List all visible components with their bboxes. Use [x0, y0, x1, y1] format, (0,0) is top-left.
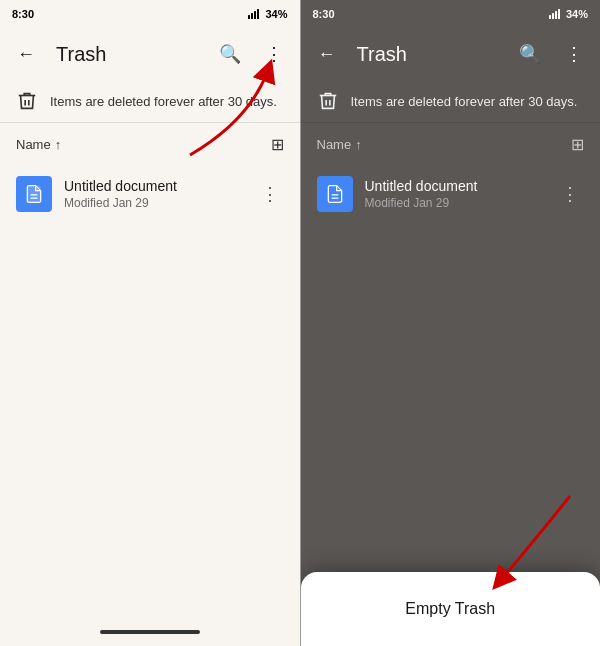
- time-left: 8:30: [12, 8, 34, 20]
- name-label-right: Name: [317, 137, 352, 152]
- file-more-button-left[interactable]: ⋮: [256, 180, 284, 208]
- notice-text-left: Items are deleted forever after 30 days.: [50, 94, 277, 109]
- back-button-right[interactable]: ←: [309, 36, 345, 72]
- svg-rect-11: [558, 9, 560, 19]
- doc-svg-right: [325, 184, 345, 204]
- status-icons-right: 34%: [549, 8, 588, 20]
- name-row-left: Name ↑ ⊞: [0, 123, 300, 162]
- left-status-bar: 8:30 34%: [0, 0, 300, 28]
- svg-rect-10: [555, 11, 557, 19]
- grid-view-icon-left[interactable]: ⊞: [271, 135, 284, 154]
- wifi-icon-right: [549, 9, 563, 19]
- search-button-left[interactable]: 🔍: [212, 36, 248, 72]
- battery-left: 34%: [265, 8, 287, 20]
- svg-rect-9: [552, 13, 554, 19]
- svg-rect-2: [254, 11, 256, 19]
- grid-view-icon-right[interactable]: ⊞: [571, 135, 584, 154]
- search-button-right[interactable]: 🔍: [512, 36, 548, 72]
- more-button-right[interactable]: ⋮: [556, 36, 592, 72]
- page-title-left: Trash: [56, 43, 204, 66]
- left-panel: 8:30 34% ← Trash 🔍 ⋮ Items are deleted f…: [0, 0, 300, 646]
- trash-icon-right: [317, 90, 339, 112]
- file-name-left: Untitled document: [64, 178, 244, 194]
- sort-icon-right: ↑: [355, 137, 362, 152]
- file-item-left[interactable]: Untitled document Modified Jan 29 ⋮: [0, 166, 300, 222]
- file-more-button-right[interactable]: ⋮: [556, 180, 584, 208]
- time-right: 8:30: [313, 8, 335, 20]
- notice-banner-left: Items are deleted forever after 30 days.: [0, 80, 300, 123]
- wifi-icon: [248, 9, 262, 19]
- file-meta-left: Modified Jan 29: [64, 196, 244, 210]
- file-list-right: Untitled document Modified Jan 29 ⋮: [301, 162, 601, 618]
- doc-icon-right: [317, 176, 353, 212]
- empty-trash-sheet: Empty Trash: [301, 572, 601, 646]
- left-top-bar: ← Trash 🔍 ⋮: [0, 28, 300, 80]
- empty-trash-button[interactable]: Empty Trash: [405, 596, 495, 622]
- name-row-right: Name ↑ ⊞: [301, 123, 601, 162]
- status-time-right: 8:30: [313, 8, 335, 20]
- right-status-bar: 8:30 34%: [301, 0, 601, 28]
- file-name-right: Untitled document: [365, 178, 545, 194]
- page-title-right: Trash: [357, 43, 505, 66]
- svg-rect-3: [257, 9, 259, 19]
- sort-icon-left: ↑: [55, 137, 62, 152]
- home-bar-left: [100, 630, 200, 634]
- name-label-left: Name: [16, 137, 51, 152]
- doc-icon-left: [16, 176, 52, 212]
- notice-banner-right: Items are deleted forever after 30 days.: [301, 80, 601, 123]
- status-time-left: 8:30: [12, 8, 34, 20]
- file-meta-right: Modified Jan 29: [365, 196, 545, 210]
- file-item-right[interactable]: Untitled document Modified Jan 29 ⋮: [301, 166, 601, 222]
- notice-text-right: Items are deleted forever after 30 days.: [351, 94, 578, 109]
- right-panel: 8:30 34% ← Trash 🔍 ⋮ Items are deleted f…: [301, 0, 601, 646]
- more-button-left[interactable]: ⋮: [256, 36, 292, 72]
- home-indicator-left: [0, 618, 300, 646]
- doc-svg-left: [24, 184, 44, 204]
- svg-rect-8: [549, 15, 551, 19]
- back-button-left[interactable]: ←: [8, 36, 44, 72]
- svg-rect-0: [248, 15, 250, 19]
- trash-icon-left: [16, 90, 38, 112]
- battery-right: 34%: [566, 8, 588, 20]
- file-list-left: Untitled document Modified Jan 29 ⋮: [0, 162, 300, 618]
- status-icons-left: 34%: [248, 8, 287, 20]
- right-top-bar: ← Trash 🔍 ⋮: [301, 28, 601, 80]
- svg-rect-1: [251, 13, 253, 19]
